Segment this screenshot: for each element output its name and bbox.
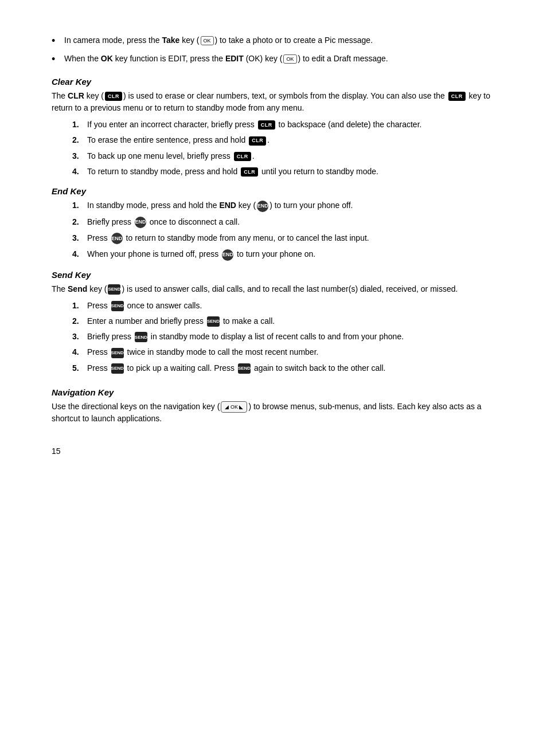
ok-key-icon: OK [201, 36, 214, 45]
item-text: Press SEND once to answer calls. [87, 300, 495, 311]
send-key-icon: SEND [238, 363, 251, 374]
nav-key-icon: ◢ OK ◣ [221, 401, 247, 413]
numbered-item: 3. Briefly press SEND in standby mode to… [72, 331, 495, 342]
numbered-item: 1. If you enter an incorrect character, … [72, 119, 495, 130]
clr-key-icon: CLR [258, 120, 275, 130]
item-text: If you enter an incorrect character, bri… [87, 119, 495, 130]
item-number: 3. [72, 331, 87, 342]
item-number: 5. [72, 362, 87, 374]
navigation-key-intro: Use the directional keys on the navigati… [52, 401, 495, 425]
numbered-item: 2. Enter a number and briefly press SEND… [72, 315, 495, 327]
item-text: Briefly press END once to disconnect a c… [87, 216, 495, 228]
numbered-item: 4. To return to standby mode, press and … [72, 166, 495, 177]
send-key-icon: SEND [135, 332, 147, 342]
numbered-item: 1. Press SEND once to answer calls. [72, 300, 495, 311]
section-end-key: End Key 1. In standby mode, press and ho… [52, 186, 495, 260]
send-key-icon: SEND [111, 348, 124, 358]
send-key-intro: The Send key (SEND) is used to answer ca… [52, 283, 495, 295]
item-number: 2. [72, 315, 87, 327]
clr-key-icon: CLR [241, 167, 258, 177]
item-text: To erase the entire sentence, press and … [87, 134, 495, 146]
ok-key-icon: OK [283, 54, 296, 64]
numbered-item: 3. Press END to return to standby mode f… [72, 232, 495, 244]
item-text: Press END to return to standby mode from… [87, 232, 495, 244]
item-number: 3. [72, 232, 87, 244]
end-key-icon: END [222, 249, 233, 261]
clr-key-icon: CLR [448, 92, 466, 101]
end-key-list: 1. In standby mode, press and hold the E… [72, 199, 495, 260]
send-key-icon: SEND [207, 316, 220, 327]
end-key-icon: END [135, 217, 146, 228]
item-number: 1. [72, 199, 87, 211]
clear-key-intro: The CLR key (CLR) is used to erase or cl… [52, 90, 495, 114]
end-key-icon: END [111, 233, 123, 244]
send-key-icon: SEND [111, 363, 124, 374]
send-key-icon: SEND [111, 301, 124, 311]
bullet-item: • In camera mode, press the Take key (OK… [52, 34, 495, 48]
item-number: 4. [72, 346, 87, 358]
item-number: 4. [72, 248, 87, 260]
bullet-item: • When the OK key function is EDIT, pres… [52, 53, 495, 66]
send-key-list: 1. Press SEND once to answer calls. 2. E… [72, 300, 495, 374]
bullet-dot: • [52, 52, 62, 66]
send-key-icon: SEND [108, 284, 120, 295]
section-clear-key: Clear Key The CLR key (CLR) is used to e… [52, 77, 495, 177]
item-number: 2. [72, 216, 87, 228]
item-text: To return to standby mode, press and hol… [87, 166, 495, 177]
clr-key-icon: CLR [234, 152, 251, 161]
item-number: 4. [72, 166, 87, 177]
clr-key-icon: CLR [105, 92, 122, 101]
item-number: 1. [72, 119, 87, 130]
numbered-item: 2. To erase the entire sentence, press a… [72, 134, 495, 146]
end-key-icon: END [257, 201, 268, 212]
section-title-clear-key: Clear Key [52, 77, 495, 87]
section-title-end-key: End Key [52, 186, 495, 196]
clr-key-icon: CLR [249, 136, 266, 146]
bullet-text: When the OK key function is EDIT, press … [64, 53, 495, 66]
item-text: To back up one menu level, briefly press… [87, 150, 495, 162]
item-text: Enter a number and briefly press SEND to… [87, 315, 495, 327]
bullet-text: In camera mode, press the Take key (OK) … [64, 34, 495, 48]
section-title-navigation-key: Navigation Key [52, 387, 495, 397]
item-text: Press SEND to pick up a waiting call. Pr… [87, 362, 495, 374]
section-title-send-key: Send Key [52, 270, 495, 280]
item-number: 2. [72, 134, 87, 146]
intro-bullets: • In camera mode, press the Take key (OK… [52, 34, 495, 66]
item-text: Briefly press SEND in standby mode to di… [87, 331, 495, 342]
item-text: Press SEND twice in standby mode to call… [87, 346, 495, 358]
numbered-item: 1. In standby mode, press and hold the E… [72, 199, 495, 211]
numbered-item: 3. To back up one menu level, briefly pr… [72, 150, 495, 162]
numbered-item: 4. When your phone is turned off, press … [72, 248, 495, 260]
item-number: 3. [72, 150, 87, 162]
bullet-dot: • [52, 33, 62, 48]
numbered-item: 5. Press SEND to pick up a waiting call.… [72, 362, 495, 374]
section-send-key: Send Key The Send key (SEND) is used to … [52, 270, 495, 374]
item-number: 1. [72, 300, 87, 311]
item-text: In standby mode, press and hold the END … [87, 199, 495, 211]
page-number: 15 [52, 446, 495, 456]
section-navigation-key: Navigation Key Use the directional keys … [52, 378, 495, 429]
numbered-item: 4. Press SEND twice in standby mode to c… [72, 346, 495, 358]
numbered-item: 2. Briefly press END once to disconnect … [72, 216, 495, 228]
clear-key-list: 1. If you enter an incorrect character, … [72, 119, 495, 177]
item-text: When your phone is turned off, press END… [87, 248, 495, 260]
